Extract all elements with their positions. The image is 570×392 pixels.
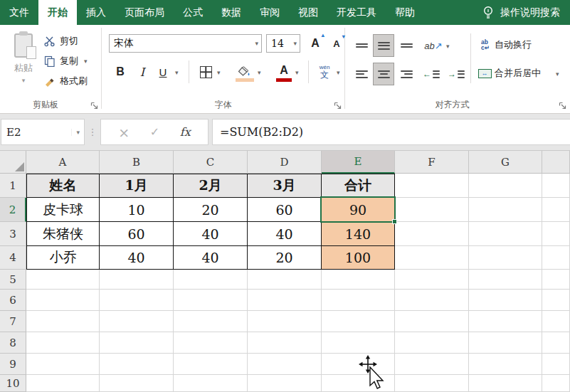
cell-H7[interactable] [542, 311, 570, 332]
tab-1[interactable]: 开始 [38, 0, 77, 25]
row-header-10[interactable]: 10 [0, 375, 26, 392]
cell-G6[interactable] [469, 290, 542, 311]
decrease-indent-button[interactable]: ← [421, 65, 442, 83]
cell-B6[interactable] [100, 290, 174, 311]
cell-H8[interactable] [542, 332, 570, 354]
tab-6[interactable]: 审阅 [250, 0, 289, 25]
row-header-8[interactable]: 8 [0, 332, 26, 354]
font-size-combobox[interactable]: 14 ▾ [266, 34, 300, 53]
cut-button[interactable]: 剪切 [44, 33, 78, 49]
name-box[interactable]: E2 ▾ [1, 119, 85, 145]
cell-E1[interactable]: 合计 [322, 174, 395, 198]
cell-E8[interactable] [322, 332, 395, 354]
underline-caret-icon[interactable]: ▾ [175, 69, 179, 76]
cell-H3[interactable] [542, 222, 570, 246]
tab-3[interactable]: 页面布局 [115, 0, 174, 25]
cell-B4[interactable]: 40 [100, 246, 174, 270]
cell-D1[interactable]: 3月 [248, 174, 322, 198]
cell-F8[interactable] [395, 332, 469, 354]
cell-A10[interactable] [26, 375, 100, 392]
cell-G2[interactable] [469, 198, 542, 222]
insert-function-icon[interactable]: fx [180, 125, 191, 139]
cell-F2[interactable] [395, 198, 469, 222]
cell-C3[interactable]: 40 [174, 222, 248, 246]
formula-bar-grip[interactable]: ⋮ [85, 127, 100, 137]
font-name-caret-icon[interactable]: ▾ [255, 40, 261, 47]
row-header-6[interactable]: 6 [0, 290, 26, 311]
row-header-5[interactable]: 5 [0, 270, 26, 290]
cell-C8[interactable] [174, 332, 248, 354]
clipboard-dialog-launcher-icon[interactable] [90, 102, 98, 110]
cell-E2[interactable]: 90 [322, 198, 395, 222]
cell-C5[interactable] [174, 270, 248, 290]
cell-C1[interactable]: 2月 [174, 174, 248, 198]
cell-H4[interactable] [542, 246, 570, 270]
borders-button[interactable] [196, 62, 215, 82]
cell-B2[interactable]: 10 [100, 198, 174, 222]
cell-C10[interactable] [174, 375, 248, 392]
align-left-button[interactable] [352, 65, 371, 83]
increase-font-size-button[interactable]: A▴ [306, 34, 324, 53]
cell-A7[interactable] [26, 311, 100, 332]
column-header-G[interactable]: G [469, 151, 542, 174]
cell-B7[interactable] [100, 311, 174, 332]
wrap-text-label[interactable]: 自动换行 [495, 35, 532, 55]
tell-me-search[interactable]: 操作说明搜索 [482, 0, 570, 25]
cell-D5[interactable] [248, 270, 322, 290]
cell-E4[interactable]: 100 [322, 246, 395, 270]
select-all-corner[interactable] [0, 151, 26, 174]
cell-G9[interactable] [469, 354, 542, 375]
cell-C6[interactable] [174, 290, 248, 311]
cell-B3[interactable]: 60 [100, 222, 174, 246]
row-header-7[interactable]: 7 [0, 311, 26, 332]
column-header-partial[interactable] [542, 151, 570, 174]
paste-button[interactable]: 粘贴 ▾ [6, 31, 41, 99]
cell-D2[interactable]: 60 [248, 198, 322, 222]
font-size-caret-icon[interactable]: ▾ [293, 40, 300, 47]
cell-H9[interactable] [542, 354, 570, 375]
cell-A8[interactable] [26, 332, 100, 354]
tab-5[interactable]: 数据 [212, 0, 250, 25]
cell-G4[interactable] [469, 246, 542, 270]
font-name-combobox[interactable]: 宋体 ▾ [109, 34, 262, 53]
cell-G10[interactable] [469, 375, 542, 392]
cell-D7[interactable] [248, 311, 322, 332]
tab-4[interactable]: 公式 [174, 0, 212, 25]
cell-F7[interactable] [395, 311, 469, 332]
column-header-D[interactable]: D [248, 151, 322, 174]
cell-G3[interactable] [469, 222, 542, 246]
column-header-F[interactable]: F [395, 151, 469, 174]
cell-B1[interactable]: 1月 [100, 174, 174, 198]
cell-C4[interactable]: 40 [174, 246, 248, 270]
cell-F3[interactable] [395, 222, 469, 246]
cell-D9[interactable] [248, 354, 322, 375]
cell-H1[interactable] [542, 174, 570, 198]
cell-D4[interactable]: 20 [248, 246, 322, 270]
cell-B10[interactable] [100, 375, 174, 392]
cell-D10[interactable] [248, 375, 322, 392]
tab-0[interactable]: 文件 [0, 0, 38, 25]
merge-center-caret-icon[interactable]: ▾ [556, 70, 559, 78]
cell-G7[interactable] [469, 311, 542, 332]
orientation-button[interactable]: ab↗ [423, 36, 443, 55]
bold-button[interactable]: B [111, 62, 130, 82]
phonetic-guide-button[interactable]: wén 文 [314, 60, 335, 83]
cell-A6[interactable] [26, 290, 100, 311]
cell-D8[interactable] [248, 332, 322, 354]
confirm-entry-icon[interactable]: ✓ [150, 125, 159, 139]
font-dialog-launcher-icon[interactable] [334, 102, 342, 110]
cell-F9[interactable] [395, 354, 469, 375]
cell-C9[interactable] [174, 354, 248, 375]
row-header-9[interactable]: 9 [0, 354, 26, 375]
cell-F10[interactable] [395, 375, 469, 392]
cell-H5[interactable] [542, 270, 570, 290]
cell-A3[interactable]: 朱猪侠 [26, 222, 100, 246]
align-center-button[interactable] [374, 63, 394, 85]
font-color-caret-icon[interactable]: ▾ [295, 69, 299, 76]
fill-color-caret-icon[interactable]: ▾ [258, 69, 261, 76]
cell-F6[interactable] [395, 290, 469, 311]
cell-E5[interactable] [322, 270, 395, 290]
cell-E10[interactable] [322, 375, 395, 392]
cell-G1[interactable] [469, 174, 542, 198]
row-header-4[interactable]: 4 [0, 246, 26, 270]
